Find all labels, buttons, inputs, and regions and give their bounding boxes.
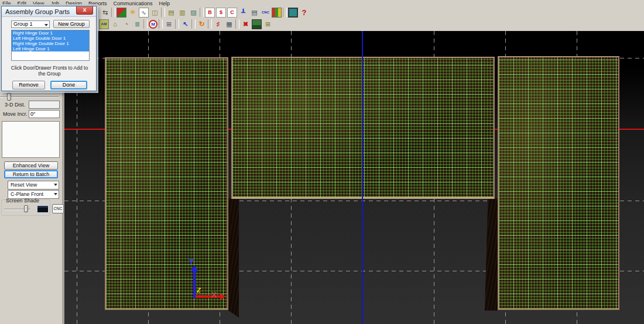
group-parts-listbox[interactable]: Right Hinge Door 1 Left Hinge Double Doo… [11,30,90,61]
toolbar-row-1: ⇆ ✳ ∿ ◫ ▤ ▥ ▨ B $ C ┸ ▤ CNC ? [94,6,310,18]
tsquare-level-icon[interactable]: ┸ [238,8,248,18]
chevron-down-icon [54,193,57,195]
application-window: File Edit View Job Design Reports Commun… [0,0,644,324]
return-to-batch-button[interactable]: Return to Batch [4,170,58,178]
selection-listbox[interactable] [2,121,60,158]
door-icon[interactable]: ◫ [150,8,160,18]
toolbar-separator [235,19,239,29]
measure-distance-icon[interactable]: ⇆ [100,8,110,18]
profile-curve-icon[interactable]: ∿ [139,8,149,18]
help-icon[interactable]: ? [299,8,309,18]
assembly-group-parts-dialog: Assembly Group Parts X Group 1 New Group… [1,6,97,91]
move-incr-field[interactable] [29,110,60,118]
toolbar-separator [161,8,165,17]
cabinet-front-icon[interactable]: ▤ [166,8,176,18]
top-slider-handle[interactable] [7,93,11,101]
toolbar-separator [175,19,179,29]
toolbar-area: ⇆ ✳ ∿ ◫ ▤ ▥ ▨ B $ C ┸ ▤ CNC ? AM ⌂ ◔ [0,6,644,31]
left-hinge-door-panel[interactable] [105,57,228,310]
right-hinge-door-panel[interactable] [498,56,619,310]
chevron-down-icon [44,24,48,26]
reset-view-value: Reset View [11,182,37,188]
menu-design[interactable]: Design [66,1,82,6]
books-icon[interactable]: ≣ [132,19,142,29]
cabinet-assembly-icon[interactable]: ▥ [177,8,187,18]
toolbar-separator [208,19,212,29]
menu-view[interactable]: View [33,1,44,6]
screen-shade-handle[interactable] [24,205,28,212]
group-select-dropdown[interactable]: Group 1 [11,20,50,28]
dialog-title: Assembly Group Parts [5,8,70,15]
y-axis-label: Y [189,257,194,266]
delete-icon[interactable]: ✖ [241,19,251,29]
list-item[interactable]: Right Hinge Double Door 1 [12,41,89,46]
enhanced-view-button[interactable]: Enhanced View [4,161,58,170]
fixture-grid-icon[interactable]: ♯ [213,19,223,29]
dialog-hint-line2: the Group [2,71,97,77]
monitor-view-icon[interactable] [288,8,298,18]
menu-file[interactable]: File [2,1,11,6]
group-select-value: Group 1 [13,21,33,27]
cabinet-export-icon[interactable]: ▨ [189,8,198,18]
screen-shade-label: Screen Shade [6,198,39,204]
menu-help[interactable]: Help [159,1,170,6]
right-door-side-face [485,198,498,311]
report-b-icon[interactable]: B [205,8,215,18]
move-incr-label: Move Incr. [3,111,28,117]
catalog-am-icon[interactable]: AM [99,19,109,29]
folder-clock-icon[interactable]: ◔ [121,19,131,29]
done-button[interactable]: Done [50,81,87,89]
toolbar-separator [191,19,196,29]
crosshair-vertical-line [362,31,363,324]
remove-button[interactable]: Remove [12,81,45,89]
reset-view-dropdown[interactable]: Reset View [8,181,59,189]
list-item[interactable]: Left Hinge Door 1 [12,46,89,51]
dist-label: 3-D Dist. [5,102,25,108]
close-icon[interactable]: X [76,6,93,15]
toolbar-separator [111,8,115,17]
3d-viewport[interactable]: Y X Z [64,31,644,324]
select-arrow-icon[interactable]: ↖ [180,19,190,29]
shade-preview-button[interactable] [36,205,49,213]
report-c-icon[interactable]: C [227,8,237,18]
report-dollar-icon[interactable]: $ [216,8,226,18]
panel-colors-icon[interactable] [272,8,282,18]
list-item[interactable]: Left Hinge Double Door 1 [12,36,89,41]
rotate-icon[interactable]: ↻ [197,19,207,29]
z-axis-label: Z [197,287,201,294]
clipboard-settings-icon[interactable]: ▤ [249,8,259,18]
dialog-title-bar[interactable]: Assembly Group Parts X [2,6,96,17]
cnc-code-icon[interactable]: CNC [261,8,270,18]
dialog-hint-line1: Click Door/Drawer Fronts to Add to [2,65,97,71]
new-group-button[interactable]: New Group [53,20,90,28]
cabinet-small-icon[interactable]: ⌂ [110,19,120,29]
dist-field[interactable] [29,101,60,109]
toolbar-separator [200,8,204,17]
list-item[interactable]: Right Hinge Door 1 [12,30,89,36]
toolbar-separator [143,19,148,29]
calculator-grid-icon[interactable]: ⊞ [164,19,174,29]
nest-grid-icon[interactable]: ▦ [224,19,234,29]
elevation-window-icon[interactable]: ⊞ [263,19,273,29]
double-door-panel[interactable] [231,57,495,199]
cnc-button[interactable]: CNC [52,204,64,213]
menu-job[interactable]: Job [50,1,59,6]
menu-communications[interactable]: Communications [113,1,152,6]
hardware-light-icon[interactable]: ✳ [128,8,138,18]
x-axis-label: X [211,290,217,299]
y-axis-arrow [193,271,196,298]
render-photo-icon[interactable] [252,19,262,29]
menu-edit[interactable]: Edit [18,1,27,6]
toolbar-row-2: AM ⌂ ◔ ≣ M ⊞ ↖ ↻ ♯ ▦ ✖ ⊞ [93,18,273,30]
menu-bar: File Edit View Job Design Reports Commun… [0,0,644,6]
left-door-side-face [228,198,239,318]
circle-m-icon[interactable]: M [149,20,157,29]
c-plane-value: C-Plane Front [11,191,43,197]
toolbar-separator [283,8,287,17]
parts-3d-icon[interactable] [117,8,126,18]
chevron-down-icon [54,184,57,186]
toolbar-separator [159,19,163,29]
x-axis-arrowhead [220,294,226,299]
menu-reports[interactable]: Reports [88,1,107,6]
